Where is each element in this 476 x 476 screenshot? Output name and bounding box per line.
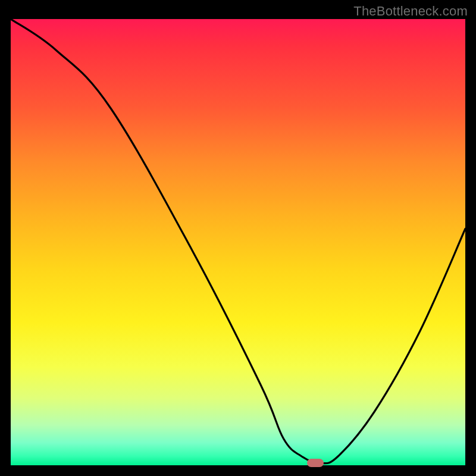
watermark-text: TheBottleneck.com [353, 4, 468, 19]
curve-path [11, 19, 465, 464]
bottleneck-curve [11, 19, 465, 465]
plot-area [11, 19, 465, 465]
optimal-point-marker [307, 459, 324, 467]
chart-frame: TheBottleneck.com [0, 0, 476, 476]
